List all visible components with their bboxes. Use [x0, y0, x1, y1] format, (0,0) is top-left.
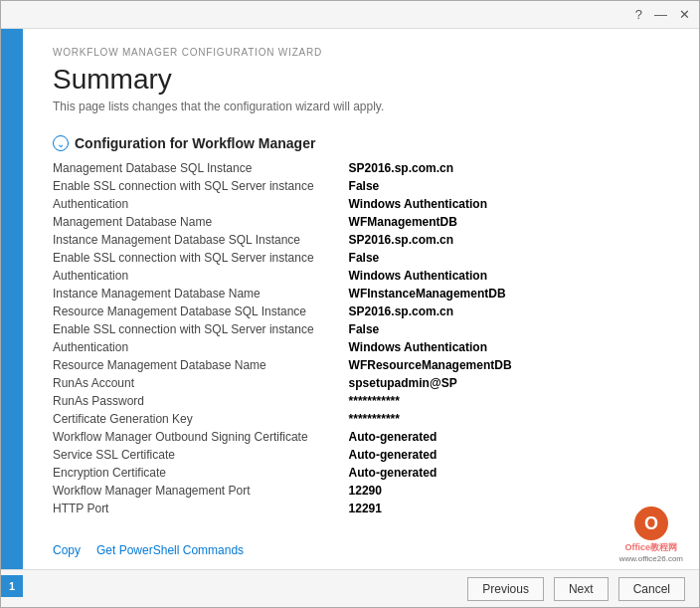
section-toggle-button[interactable]: ⌄	[53, 135, 69, 151]
config-label: Resource Management Database Name	[53, 356, 349, 374]
config-label: HTTP Port	[53, 500, 349, 517]
table-row: AuthenticationWindows Authentication	[53, 195, 669, 213]
config-label: Certificate Generation Key	[53, 410, 349, 428]
table-row: AuthenticationWindows Authentication	[53, 267, 669, 285]
table-row: Management Database NameWFManagementDB	[53, 213, 669, 231]
table-row: Resource Management Database SQL Instanc…	[53, 303, 669, 320]
config-value: False	[349, 249, 669, 267]
office-icon: O	[633, 506, 669, 541]
table-row: Encryption CertificateAuto-generated	[53, 464, 669, 482]
config-value: Auto-generated	[349, 428, 669, 446]
page-title: Summary	[53, 64, 669, 96]
bottom-nav-bar: Previous Next Cancel	[1, 569, 699, 607]
config-value: False	[349, 320, 669, 338]
config-label: Service SSL Certificate	[53, 446, 349, 464]
config-value: WFInstanceManagementDB	[349, 285, 669, 303]
config-label: RunAs Account	[53, 374, 349, 392]
title-bar: ? — ✕	[1, 1, 699, 29]
watermark-line1: Office教程网	[625, 541, 678, 554]
table-row: Enable SSL connection with SQL Server in…	[53, 177, 669, 195]
config-value: SP2016.sp.com.cn	[349, 231, 669, 249]
help-button[interactable]: ?	[632, 8, 645, 21]
table-row: Enable SSL connection with SQL Server in…	[53, 249, 669, 267]
minimize-button[interactable]: —	[651, 8, 670, 21]
powershell-link[interactable]: Get PowerShell Commands	[96, 543, 244, 557]
table-row: Certificate Generation Key***********	[53, 410, 669, 428]
table-row: Enable SSL connection with SQL Server in…	[53, 320, 669, 338]
next-button[interactable]: Next	[554, 577, 609, 601]
table-row: Management Database SQL InstanceSP2016.s…	[53, 159, 669, 177]
wizard-window: ? — ✕ WORKFLOW MANAGER CONFIGURATION WIZ…	[0, 0, 700, 608]
content-area: WORKFLOW MANAGER CONFIGURATION WIZARD Su…	[1, 29, 699, 569]
config-label: Enable SSL connection with SQL Server in…	[53, 177, 349, 195]
config-label: Encryption Certificate	[53, 464, 349, 482]
table-row: HTTP Port12291	[53, 500, 669, 517]
config-value: SP2016.sp.com.cn	[349, 159, 669, 177]
page-number: 1	[1, 575, 23, 597]
config-label: Instance Management Database Name	[53, 285, 349, 303]
config-value: ***********	[349, 392, 669, 410]
config-value: Auto-generated	[349, 446, 669, 464]
config-value: Auto-generated	[349, 464, 669, 482]
config-label: Workflow Manager Management Port	[53, 482, 349, 500]
config-value: Windows Authentication	[349, 338, 669, 356]
config-value: Windows Authentication	[349, 195, 669, 213]
config-value: WFResourceManagementDB	[349, 356, 669, 374]
config-label: Workflow Manager Outbound Signing Certif…	[53, 428, 349, 446]
close-button[interactable]: ✕	[676, 8, 693, 21]
app-title: WORKFLOW MANAGER CONFIGURATION WIZARD	[53, 47, 669, 58]
config-label: Enable SSL connection with SQL Server in…	[53, 320, 349, 338]
config-value: SP2016.sp.com.cn	[349, 303, 669, 320]
previous-button[interactable]: Previous	[467, 577, 544, 601]
watermark: O Office教程网 www.office26.com	[619, 506, 683, 563]
table-row: Service SSL CertificateAuto-generated	[53, 446, 669, 464]
config-value: 12290	[349, 482, 669, 500]
scroll-area[interactable]: ⌄ Configuration for Workflow Manager Man…	[23, 131, 699, 535]
table-row: AuthenticationWindows Authentication	[53, 338, 669, 356]
config-label: Management Database SQL Instance	[53, 159, 349, 177]
page-subtitle: This page lists changes that the configu…	[53, 100, 669, 113]
config-label: Instance Management Database SQL Instanc…	[53, 231, 349, 249]
wizard-header: WORKFLOW MANAGER CONFIGURATION WIZARD Su…	[23, 29, 699, 131]
table-row: RunAs Password***********	[53, 392, 669, 410]
cancel-button[interactable]: Cancel	[618, 577, 685, 601]
config-label: Management Database Name	[53, 213, 349, 231]
config-label: Authentication	[53, 267, 349, 285]
config-label: Resource Management Database SQL Instanc…	[53, 303, 349, 320]
config-value: Windows Authentication	[349, 267, 669, 285]
watermark-line2: www.office26.com	[619, 554, 683, 563]
section-header: ⌄ Configuration for Workflow Manager	[53, 135, 669, 151]
table-row: RunAs Accountspsetupadmin@SP	[53, 374, 669, 392]
config-label: Authentication	[53, 195, 349, 213]
table-row: Workflow Manager Outbound Signing Certif…	[53, 428, 669, 446]
config-value: ***********	[349, 410, 669, 428]
table-row: Workflow Manager Management Port12290	[53, 482, 669, 500]
config-value: spsetupadmin@SP	[349, 374, 669, 392]
config-value: False	[349, 177, 669, 195]
title-bar-controls: ? — ✕	[632, 8, 693, 21]
left-accent-bar	[1, 29, 23, 569]
section-title: Configuration for Workflow Manager	[75, 135, 315, 151]
table-row: Resource Management Database NameWFResou…	[53, 356, 669, 374]
copy-link[interactable]: Copy	[53, 543, 81, 557]
config-label: Authentication	[53, 338, 349, 356]
footer-links: Copy Get PowerShell Commands	[23, 535, 699, 569]
config-label: Enable SSL connection with SQL Server in…	[53, 249, 349, 267]
main-content: WORKFLOW MANAGER CONFIGURATION WIZARD Su…	[23, 29, 699, 569]
svg-text:O: O	[644, 513, 658, 533]
config-value: WFManagementDB	[349, 213, 669, 231]
table-row: Instance Management Database SQL Instanc…	[53, 231, 669, 249]
config-table: Management Database SQL InstanceSP2016.s…	[53, 159, 669, 517]
config-label: RunAs Password	[53, 392, 349, 410]
table-row: Instance Management Database NameWFInsta…	[53, 285, 669, 303]
